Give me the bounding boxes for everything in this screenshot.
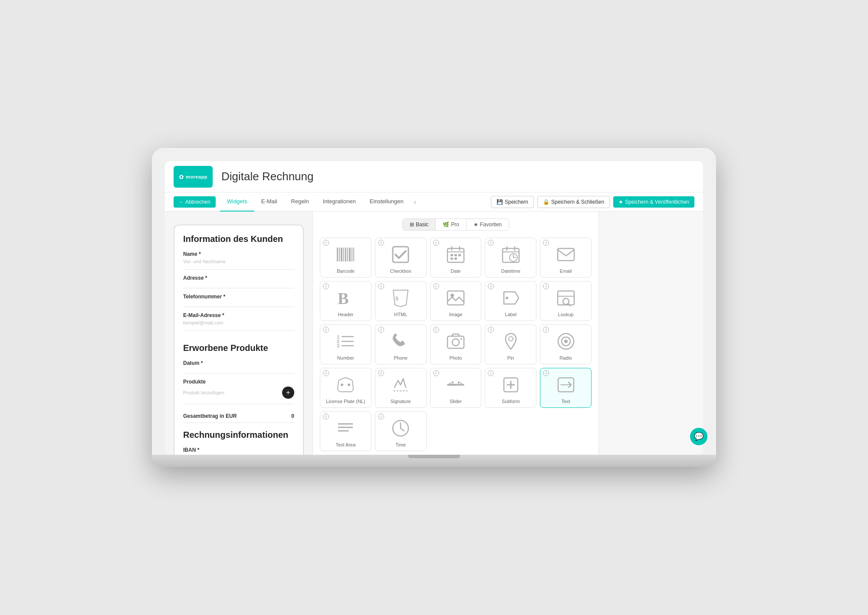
time-label: Time — [395, 442, 406, 447]
logo: ✿ moreapp — [174, 166, 213, 188]
subform-icon — [500, 374, 522, 396]
slider-icon — [444, 374, 467, 396]
svg-point-50 — [348, 384, 350, 386]
form-card: Information des Kunden Name * Vor- und N… — [174, 225, 304, 455]
widget-subform[interactable]: i Subform — [485, 368, 536, 408]
save-button[interactable]: 💾 Speichern — [491, 196, 534, 208]
svg-rect-15 — [454, 254, 457, 256]
email-icon — [555, 243, 577, 266]
field-email: E-Mail-Adresse * beispiel@mail.com — [183, 312, 294, 331]
photo-icon — [444, 330, 467, 353]
widget-date[interactable]: i Date — [430, 238, 482, 278]
widget-lookup[interactable]: i Lookup — [540, 281, 592, 321]
header-icon: B — [334, 287, 357, 309]
widget-tab-pro[interactable]: 🌿 Pro — [436, 219, 467, 230]
svg-point-44 — [460, 338, 462, 340]
widget-html[interactable]: i 5 HTML — [375, 281, 427, 321]
laptop-screen: ✿ moreapp Digitale Rechnung ← Abbrechen … — [165, 161, 703, 455]
widget-datetime[interactable]: i Datetime — [485, 238, 536, 278]
date-label: Date — [450, 268, 460, 274]
widget-phone[interactable]: i Phone — [375, 324, 427, 364]
image-icon — [444, 287, 467, 309]
nav-collapse[interactable]: ‹ — [411, 192, 420, 212]
pin-label: Pin — [507, 355, 514, 360]
svg-rect-5 — [347, 248, 348, 261]
save-icon: 💾 — [496, 199, 503, 205]
label-label: Label — [505, 312, 516, 317]
publish-button[interactable]: ★ Speichern & Veröffentlichen — [613, 196, 694, 208]
widget-email[interactable]: i Email — [540, 238, 592, 278]
html-icon: 5 — [389, 287, 412, 309]
svg-rect-2 — [341, 248, 342, 261]
widget-tabs: ⊞ Basic 🌿 Pro ★ Favoriten — [402, 218, 509, 231]
barcode-label: Barcode — [337, 268, 355, 274]
field-adresse: Adresse * — [183, 275, 294, 288]
form-preview-panel: Information des Kunden Name * Vor- und N… — [165, 212, 312, 455]
nav-bar: ← Abbrechen Widgets E-Mail Regeln Integr… — [165, 192, 703, 212]
photo-label: Photo — [450, 355, 462, 360]
widget-image[interactable]: i Image — [430, 281, 482, 321]
svg-rect-30 — [447, 291, 464, 305]
svg-rect-17 — [450, 258, 453, 260]
widget-tab-favoriten[interactable]: ★ Favoriten — [467, 219, 509, 230]
svg-text:5: 5 — [395, 295, 398, 302]
tab-email[interactable]: E-Mail — [254, 192, 284, 212]
add-product-button[interactable]: + — [282, 387, 294, 399]
svg-rect-1 — [339, 248, 340, 261]
svg-rect-14 — [450, 254, 453, 256]
subform-label: Subform — [502, 399, 520, 404]
page-title: Digitale Rechnung — [221, 170, 694, 183]
widget-textarea[interactable]: i Text Area — [320, 411, 372, 451]
widget-pin[interactable]: i Pin — [485, 324, 536, 364]
date-icon — [444, 243, 467, 266]
widget-label[interactable]: i Label — [485, 281, 536, 321]
widget-barcode[interactable]: i Barcode — [320, 238, 372, 278]
tab-regeln[interactable]: Regeln — [284, 192, 316, 212]
signature-label: Signature — [391, 399, 411, 404]
svg-rect-0 — [337, 248, 338, 261]
image-label: Image — [449, 312, 463, 317]
licenseplate-icon — [334, 374, 357, 396]
number-label: Number — [337, 355, 354, 360]
widget-header[interactable]: i B Header — [320, 281, 372, 321]
widget-signature[interactable]: i Signature — [375, 368, 427, 408]
header-label: Header — [338, 312, 353, 317]
laptop-base — [152, 455, 716, 467]
widget-tab-basic[interactable]: ⊞ Basic — [403, 219, 436, 230]
main-content: Information des Kunden Name * Vor- und N… — [165, 212, 703, 455]
label-icon — [500, 287, 522, 309]
widget-radio[interactable]: i Radio — [540, 324, 592, 364]
widget-number[interactable]: i 123 Number — [320, 324, 372, 364]
time-icon — [389, 417, 412, 440]
svg-point-43 — [452, 339, 459, 346]
widget-time[interactable]: i Time — [375, 411, 427, 451]
tab-widgets[interactable]: Widgets — [220, 192, 254, 212]
licenseplate-label: License Plate (NL) — [326, 399, 365, 404]
chat-button[interactable]: 💬 — [690, 428, 703, 445]
save-close-button[interactable]: 🔒 Speichern & Schließen — [537, 196, 610, 208]
tab-einstellungen[interactable]: Einstellungen — [363, 192, 411, 212]
svg-rect-6 — [349, 248, 351, 261]
signature-icon — [389, 374, 412, 396]
pin-icon — [500, 330, 522, 353]
app-header: ✿ moreapp Digitale Rechnung — [165, 161, 703, 192]
pro-icon: 🌿 — [443, 222, 449, 228]
logo-icon: ✿ — [179, 173, 184, 180]
datetime-label: Datetime — [501, 268, 520, 274]
datetime-icon — [500, 243, 522, 266]
lookup-label: Lookup — [558, 312, 574, 317]
textarea-icon — [334, 417, 357, 440]
section-title-kunden: Information des Kunden — [183, 234, 294, 244]
widget-photo[interactable]: i Photo — [430, 324, 482, 364]
widget-text[interactable]: i Text — [540, 368, 592, 408]
nav-actions: 💾 Speichern 🔒 Speichern & Schließen ★ Sp… — [491, 196, 694, 208]
widget-checkbox[interactable]: i Checkbox — [375, 238, 427, 278]
section-title-produkte: Erworbene Produkte — [183, 343, 294, 353]
tab-integrationen[interactable]: Integrationen — [316, 192, 363, 212]
back-button[interactable]: ← Abbrechen — [174, 196, 216, 208]
widget-licenseplate[interactable]: i License Plate (NL) — [320, 368, 372, 408]
radio-label: Radio — [559, 355, 572, 360]
laptop-shell: ✿ moreapp Digitale Rechnung ← Abbrechen … — [152, 148, 716, 467]
svg-point-49 — [341, 384, 343, 386]
widget-slider[interactable]: i Slider — [430, 368, 482, 408]
